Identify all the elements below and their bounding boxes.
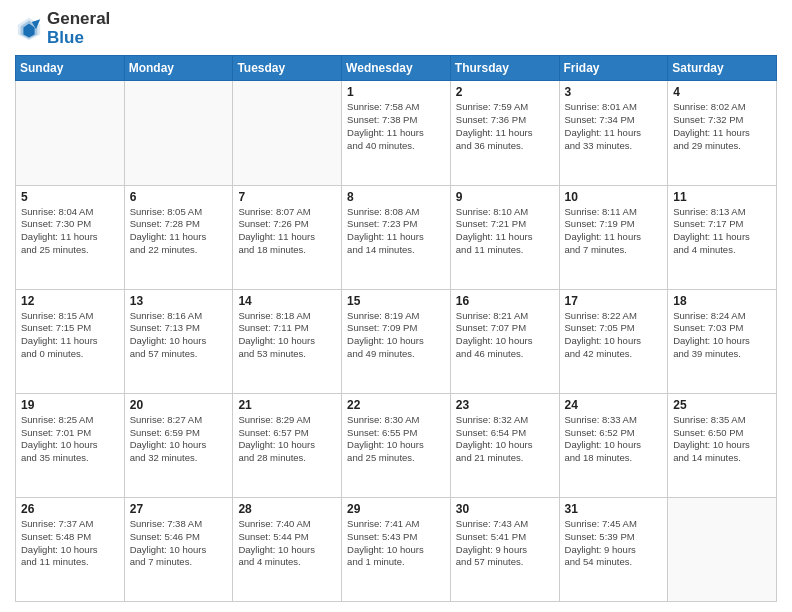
- calendar-cell: [668, 497, 777, 601]
- day-info: Sunrise: 8:13 AM Sunset: 7:17 PM Dayligh…: [673, 206, 771, 257]
- calendar-cell: 18Sunrise: 8:24 AM Sunset: 7:03 PM Dayli…: [668, 289, 777, 393]
- day-number: 1: [347, 85, 445, 99]
- day-info: Sunrise: 8:21 AM Sunset: 7:07 PM Dayligh…: [456, 310, 554, 361]
- logo: General Blue: [15, 10, 110, 47]
- day-number: 19: [21, 398, 119, 412]
- day-info: Sunrise: 8:27 AM Sunset: 6:59 PM Dayligh…: [130, 414, 228, 465]
- calendar-cell: 21Sunrise: 8:29 AM Sunset: 6:57 PM Dayli…: [233, 393, 342, 497]
- day-info: Sunrise: 7:59 AM Sunset: 7:36 PM Dayligh…: [456, 101, 554, 152]
- calendar-cell: 27Sunrise: 7:38 AM Sunset: 5:46 PM Dayli…: [124, 497, 233, 601]
- header: General Blue: [15, 10, 777, 47]
- day-info: Sunrise: 8:30 AM Sunset: 6:55 PM Dayligh…: [347, 414, 445, 465]
- logo-text: General Blue: [47, 10, 110, 47]
- day-info: Sunrise: 8:05 AM Sunset: 7:28 PM Dayligh…: [130, 206, 228, 257]
- day-info: Sunrise: 8:10 AM Sunset: 7:21 PM Dayligh…: [456, 206, 554, 257]
- calendar-cell: 19Sunrise: 8:25 AM Sunset: 7:01 PM Dayli…: [16, 393, 125, 497]
- calendar-cell: 7Sunrise: 8:07 AM Sunset: 7:26 PM Daylig…: [233, 185, 342, 289]
- day-number: 14: [238, 294, 336, 308]
- day-number: 24: [565, 398, 663, 412]
- day-number: 29: [347, 502, 445, 516]
- calendar-cell: 26Sunrise: 7:37 AM Sunset: 5:48 PM Dayli…: [16, 497, 125, 601]
- day-info: Sunrise: 8:08 AM Sunset: 7:23 PM Dayligh…: [347, 206, 445, 257]
- day-number: 11: [673, 190, 771, 204]
- day-number: 18: [673, 294, 771, 308]
- calendar-cell: 14Sunrise: 8:18 AM Sunset: 7:11 PM Dayli…: [233, 289, 342, 393]
- calendar-table: SundayMondayTuesdayWednesdayThursdayFrid…: [15, 55, 777, 602]
- day-number: 28: [238, 502, 336, 516]
- calendar-day-header: Saturday: [668, 56, 777, 81]
- day-info: Sunrise: 8:02 AM Sunset: 7:32 PM Dayligh…: [673, 101, 771, 152]
- calendar-cell: [16, 81, 125, 185]
- day-info: Sunrise: 8:29 AM Sunset: 6:57 PM Dayligh…: [238, 414, 336, 465]
- calendar-cell: 15Sunrise: 8:19 AM Sunset: 7:09 PM Dayli…: [342, 289, 451, 393]
- calendar-week-row: 1Sunrise: 7:58 AM Sunset: 7:38 PM Daylig…: [16, 81, 777, 185]
- day-info: Sunrise: 8:16 AM Sunset: 7:13 PM Dayligh…: [130, 310, 228, 361]
- day-number: 27: [130, 502, 228, 516]
- day-info: Sunrise: 7:41 AM Sunset: 5:43 PM Dayligh…: [347, 518, 445, 569]
- calendar-cell: 29Sunrise: 7:41 AM Sunset: 5:43 PM Dayli…: [342, 497, 451, 601]
- calendar-week-row: 12Sunrise: 8:15 AM Sunset: 7:15 PM Dayli…: [16, 289, 777, 393]
- calendar-header-row: SundayMondayTuesdayWednesdayThursdayFrid…: [16, 56, 777, 81]
- calendar-cell: 8Sunrise: 8:08 AM Sunset: 7:23 PM Daylig…: [342, 185, 451, 289]
- day-info: Sunrise: 8:25 AM Sunset: 7:01 PM Dayligh…: [21, 414, 119, 465]
- day-number: 30: [456, 502, 554, 516]
- day-info: Sunrise: 8:35 AM Sunset: 6:50 PM Dayligh…: [673, 414, 771, 465]
- calendar-week-row: 26Sunrise: 7:37 AM Sunset: 5:48 PM Dayli…: [16, 497, 777, 601]
- day-info: Sunrise: 8:11 AM Sunset: 7:19 PM Dayligh…: [565, 206, 663, 257]
- day-info: Sunrise: 8:18 AM Sunset: 7:11 PM Dayligh…: [238, 310, 336, 361]
- calendar-cell: 22Sunrise: 8:30 AM Sunset: 6:55 PM Dayli…: [342, 393, 451, 497]
- calendar-cell: 4Sunrise: 8:02 AM Sunset: 7:32 PM Daylig…: [668, 81, 777, 185]
- day-info: Sunrise: 7:37 AM Sunset: 5:48 PM Dayligh…: [21, 518, 119, 569]
- calendar-day-header: Sunday: [16, 56, 125, 81]
- calendar-cell: 11Sunrise: 8:13 AM Sunset: 7:17 PM Dayli…: [668, 185, 777, 289]
- calendar-cell: [233, 81, 342, 185]
- calendar-week-row: 5Sunrise: 8:04 AM Sunset: 7:30 PM Daylig…: [16, 185, 777, 289]
- day-info: Sunrise: 8:24 AM Sunset: 7:03 PM Dayligh…: [673, 310, 771, 361]
- day-number: 20: [130, 398, 228, 412]
- day-number: 6: [130, 190, 228, 204]
- day-number: 3: [565, 85, 663, 99]
- calendar-cell: 28Sunrise: 7:40 AM Sunset: 5:44 PM Dayli…: [233, 497, 342, 601]
- calendar-cell: 12Sunrise: 8:15 AM Sunset: 7:15 PM Dayli…: [16, 289, 125, 393]
- page: General Blue SundayMondayTuesdayWednesda…: [0, 0, 792, 612]
- day-number: 15: [347, 294, 445, 308]
- day-number: 5: [21, 190, 119, 204]
- calendar-cell: 25Sunrise: 8:35 AM Sunset: 6:50 PM Dayli…: [668, 393, 777, 497]
- day-info: Sunrise: 8:33 AM Sunset: 6:52 PM Dayligh…: [565, 414, 663, 465]
- day-info: Sunrise: 7:43 AM Sunset: 5:41 PM Dayligh…: [456, 518, 554, 569]
- day-number: 2: [456, 85, 554, 99]
- day-info: Sunrise: 7:40 AM Sunset: 5:44 PM Dayligh…: [238, 518, 336, 569]
- day-number: 25: [673, 398, 771, 412]
- calendar-cell: 6Sunrise: 8:05 AM Sunset: 7:28 PM Daylig…: [124, 185, 233, 289]
- calendar-cell: 3Sunrise: 8:01 AM Sunset: 7:34 PM Daylig…: [559, 81, 668, 185]
- day-number: 9: [456, 190, 554, 204]
- calendar-cell: 31Sunrise: 7:45 AM Sunset: 5:39 PM Dayli…: [559, 497, 668, 601]
- calendar-cell: 16Sunrise: 8:21 AM Sunset: 7:07 PM Dayli…: [450, 289, 559, 393]
- calendar-week-row: 19Sunrise: 8:25 AM Sunset: 7:01 PM Dayli…: [16, 393, 777, 497]
- day-info: Sunrise: 7:38 AM Sunset: 5:46 PM Dayligh…: [130, 518, 228, 569]
- calendar-day-header: Thursday: [450, 56, 559, 81]
- day-info: Sunrise: 8:22 AM Sunset: 7:05 PM Dayligh…: [565, 310, 663, 361]
- day-number: 4: [673, 85, 771, 99]
- day-number: 13: [130, 294, 228, 308]
- day-number: 8: [347, 190, 445, 204]
- day-number: 16: [456, 294, 554, 308]
- day-info: Sunrise: 7:58 AM Sunset: 7:38 PM Dayligh…: [347, 101, 445, 152]
- day-info: Sunrise: 8:07 AM Sunset: 7:26 PM Dayligh…: [238, 206, 336, 257]
- day-info: Sunrise: 8:01 AM Sunset: 7:34 PM Dayligh…: [565, 101, 663, 152]
- day-number: 31: [565, 502, 663, 516]
- calendar-cell: 20Sunrise: 8:27 AM Sunset: 6:59 PM Dayli…: [124, 393, 233, 497]
- calendar-cell: 30Sunrise: 7:43 AM Sunset: 5:41 PM Dayli…: [450, 497, 559, 601]
- day-info: Sunrise: 8:15 AM Sunset: 7:15 PM Dayligh…: [21, 310, 119, 361]
- day-number: 22: [347, 398, 445, 412]
- day-number: 10: [565, 190, 663, 204]
- calendar-day-header: Monday: [124, 56, 233, 81]
- calendar-cell: 5Sunrise: 8:04 AM Sunset: 7:30 PM Daylig…: [16, 185, 125, 289]
- calendar-cell: 9Sunrise: 8:10 AM Sunset: 7:21 PM Daylig…: [450, 185, 559, 289]
- day-info: Sunrise: 7:45 AM Sunset: 5:39 PM Dayligh…: [565, 518, 663, 569]
- day-number: 26: [21, 502, 119, 516]
- calendar-day-header: Friday: [559, 56, 668, 81]
- calendar-cell: 13Sunrise: 8:16 AM Sunset: 7:13 PM Dayli…: [124, 289, 233, 393]
- logo-icon: [15, 15, 43, 43]
- day-info: Sunrise: 8:32 AM Sunset: 6:54 PM Dayligh…: [456, 414, 554, 465]
